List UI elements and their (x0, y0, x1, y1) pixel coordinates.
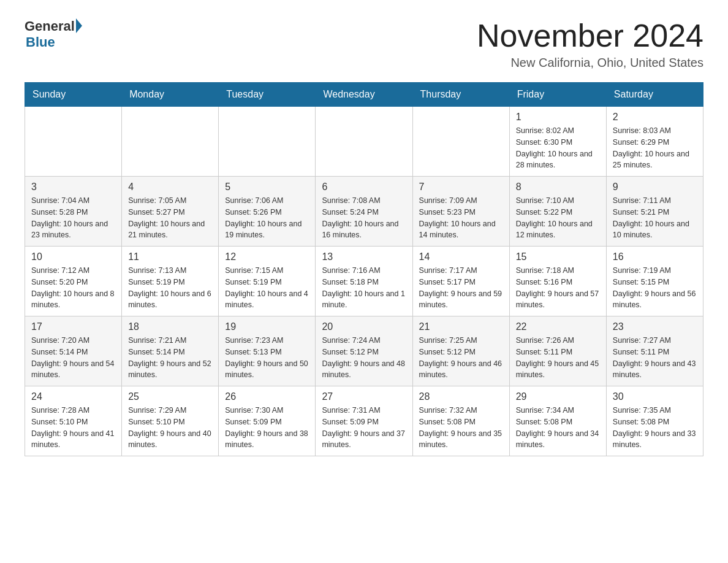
day-number: 11 (128, 251, 212, 262)
weekday-header-row: SundayMondayTuesdayWednesdayThursdayFrid… (25, 83, 703, 107)
day-number: 28 (419, 391, 503, 402)
day-number: 6 (322, 182, 406, 193)
table-row: 28Sunrise: 7:32 AMSunset: 5:08 PMDayligh… (412, 386, 509, 456)
day-number: 17 (31, 321, 115, 332)
day-number: 15 (516, 251, 600, 262)
day-info: Sunrise: 7:20 AMSunset: 5:14 PMDaylight:… (31, 335, 115, 381)
table-row: 4Sunrise: 7:05 AMSunset: 5:27 PMDaylight… (122, 177, 219, 247)
day-info: Sunrise: 7:25 AMSunset: 5:12 PMDaylight:… (419, 335, 503, 381)
day-number: 25 (128, 391, 212, 402)
day-info: Sunrise: 7:23 AMSunset: 5:13 PMDaylight:… (225, 335, 309, 381)
day-number: 12 (225, 251, 309, 262)
weekday-header-saturday: Saturday (606, 83, 703, 107)
day-info: Sunrise: 7:19 AMSunset: 5:15 PMDaylight:… (613, 265, 697, 311)
day-info: Sunrise: 7:18 AMSunset: 5:16 PMDaylight:… (516, 265, 600, 311)
table-row: 15Sunrise: 7:18 AMSunset: 5:16 PMDayligh… (509, 247, 606, 316)
table-row: 17Sunrise: 7:20 AMSunset: 5:14 PMDayligh… (25, 316, 122, 386)
day-info: Sunrise: 7:10 AMSunset: 5:22 PMDaylight:… (516, 195, 600, 241)
table-row: 5Sunrise: 7:06 AMSunset: 5:26 PMDaylight… (219, 177, 316, 247)
day-number: 29 (516, 391, 600, 402)
calendar-row: 17Sunrise: 7:20 AMSunset: 5:14 PMDayligh… (25, 316, 703, 386)
day-number: 30 (613, 391, 697, 402)
day-info: Sunrise: 7:15 AMSunset: 5:19 PMDaylight:… (225, 265, 309, 311)
calendar-table: SundayMondayTuesdayWednesdayThursdayFrid… (25, 82, 703, 456)
table-row: 2Sunrise: 8:03 AMSunset: 6:29 PMDaylight… (606, 107, 703, 177)
day-number: 7 (419, 182, 503, 193)
table-row: 29Sunrise: 7:34 AMSunset: 5:08 PMDayligh… (509, 386, 606, 456)
day-number: 9 (613, 182, 697, 193)
day-number: 21 (419, 321, 503, 332)
day-info: Sunrise: 7:13 AMSunset: 5:19 PMDaylight:… (128, 265, 212, 311)
table-row: 18Sunrise: 7:21 AMSunset: 5:14 PMDayligh… (122, 316, 219, 386)
table-row (219, 107, 316, 177)
day-number: 13 (322, 251, 406, 262)
day-number: 23 (613, 321, 697, 332)
table-row: 19Sunrise: 7:23 AMSunset: 5:13 PMDayligh… (219, 316, 316, 386)
day-number: 20 (322, 321, 406, 332)
day-info: Sunrise: 7:09 AMSunset: 5:23 PMDaylight:… (419, 195, 503, 241)
table-row: 26Sunrise: 7:30 AMSunset: 5:09 PMDayligh… (219, 386, 316, 456)
table-row: 11Sunrise: 7:13 AMSunset: 5:19 PMDayligh… (122, 247, 219, 316)
day-info: Sunrise: 7:28 AMSunset: 5:10 PMDaylight:… (31, 405, 115, 451)
weekday-header-monday: Monday (122, 83, 219, 107)
logo-blue-text: Blue (26, 34, 55, 50)
table-row: 16Sunrise: 7:19 AMSunset: 5:15 PMDayligh… (606, 247, 703, 316)
day-info: Sunrise: 7:31 AMSunset: 5:09 PMDaylight:… (322, 405, 406, 451)
table-row: 7Sunrise: 7:09 AMSunset: 5:23 PMDaylight… (412, 177, 509, 247)
table-row: 22Sunrise: 7:26 AMSunset: 5:11 PMDayligh… (509, 316, 606, 386)
table-row: 30Sunrise: 7:35 AMSunset: 5:08 PMDayligh… (606, 386, 703, 456)
table-row: 3Sunrise: 7:04 AMSunset: 5:28 PMDaylight… (25, 177, 122, 247)
table-row (412, 107, 509, 177)
day-info: Sunrise: 7:08 AMSunset: 5:24 PMDaylight:… (322, 195, 406, 241)
day-info: Sunrise: 7:21 AMSunset: 5:14 PMDaylight:… (128, 335, 212, 381)
day-info: Sunrise: 7:24 AMSunset: 5:12 PMDaylight:… (322, 335, 406, 381)
day-number: 18 (128, 321, 212, 332)
logo-general-text: General (25, 18, 75, 34)
title-area: November 2024 New California, Ohio, Unit… (477, 18, 703, 70)
calendar-row: 1Sunrise: 8:02 AMSunset: 6:30 PMDaylight… (25, 107, 703, 177)
table-row (316, 107, 412, 177)
day-info: Sunrise: 8:02 AMSunset: 6:30 PMDaylight:… (516, 125, 600, 171)
calendar-row: 10Sunrise: 7:12 AMSunset: 5:20 PMDayligh… (25, 247, 703, 316)
day-info: Sunrise: 7:06 AMSunset: 5:26 PMDaylight:… (225, 195, 309, 241)
day-number: 5 (225, 182, 309, 193)
table-row: 21Sunrise: 7:25 AMSunset: 5:12 PMDayligh… (412, 316, 509, 386)
weekday-header-wednesday: Wednesday (316, 83, 412, 107)
table-row: 13Sunrise: 7:16 AMSunset: 5:18 PMDayligh… (316, 247, 412, 316)
day-number: 10 (31, 251, 115, 262)
day-number: 26 (225, 391, 309, 402)
day-info: Sunrise: 7:34 AMSunset: 5:08 PMDaylight:… (516, 405, 600, 451)
day-info: Sunrise: 8:03 AMSunset: 6:29 PMDaylight:… (613, 125, 697, 171)
day-number: 14 (419, 251, 503, 262)
day-info: Sunrise: 7:12 AMSunset: 5:20 PMDaylight:… (31, 265, 115, 311)
table-row: 10Sunrise: 7:12 AMSunset: 5:20 PMDayligh… (25, 247, 122, 316)
day-number: 3 (31, 182, 115, 193)
table-row: 8Sunrise: 7:10 AMSunset: 5:22 PMDaylight… (509, 177, 606, 247)
table-row: 6Sunrise: 7:08 AMSunset: 5:24 PMDaylight… (316, 177, 412, 247)
calendar-row: 24Sunrise: 7:28 AMSunset: 5:10 PMDayligh… (25, 386, 703, 456)
table-row: 20Sunrise: 7:24 AMSunset: 5:12 PMDayligh… (316, 316, 412, 386)
day-number: 27 (322, 391, 406, 402)
table-row: 9Sunrise: 7:11 AMSunset: 5:21 PMDaylight… (606, 177, 703, 247)
day-number: 16 (613, 251, 697, 262)
table-row: 12Sunrise: 7:15 AMSunset: 5:19 PMDayligh… (219, 247, 316, 316)
table-row: 14Sunrise: 7:17 AMSunset: 5:17 PMDayligh… (412, 247, 509, 316)
table-row (25, 107, 122, 177)
logo-arrow-icon (76, 18, 82, 33)
month-title: November 2024 (477, 18, 703, 53)
day-info: Sunrise: 7:04 AMSunset: 5:28 PMDaylight:… (31, 195, 115, 241)
table-row: 1Sunrise: 8:02 AMSunset: 6:30 PMDaylight… (509, 107, 606, 177)
weekday-header-tuesday: Tuesday (219, 83, 316, 107)
day-info: Sunrise: 7:30 AMSunset: 5:09 PMDaylight:… (225, 405, 309, 451)
table-row: 25Sunrise: 7:29 AMSunset: 5:10 PMDayligh… (122, 386, 219, 456)
day-number: 8 (516, 182, 600, 193)
day-info: Sunrise: 7:17 AMSunset: 5:17 PMDaylight:… (419, 265, 503, 311)
day-number: 19 (225, 321, 309, 332)
day-info: Sunrise: 7:32 AMSunset: 5:08 PMDaylight:… (419, 405, 503, 451)
location-title: New California, Ohio, United States (477, 56, 703, 70)
day-number: 2 (613, 112, 697, 123)
day-info: Sunrise: 7:11 AMSunset: 5:21 PMDaylight:… (613, 195, 697, 241)
header: General Blue November 2024 New Californi… (25, 18, 703, 70)
table-row: 23Sunrise: 7:27 AMSunset: 5:11 PMDayligh… (606, 316, 703, 386)
day-number: 22 (516, 321, 600, 332)
